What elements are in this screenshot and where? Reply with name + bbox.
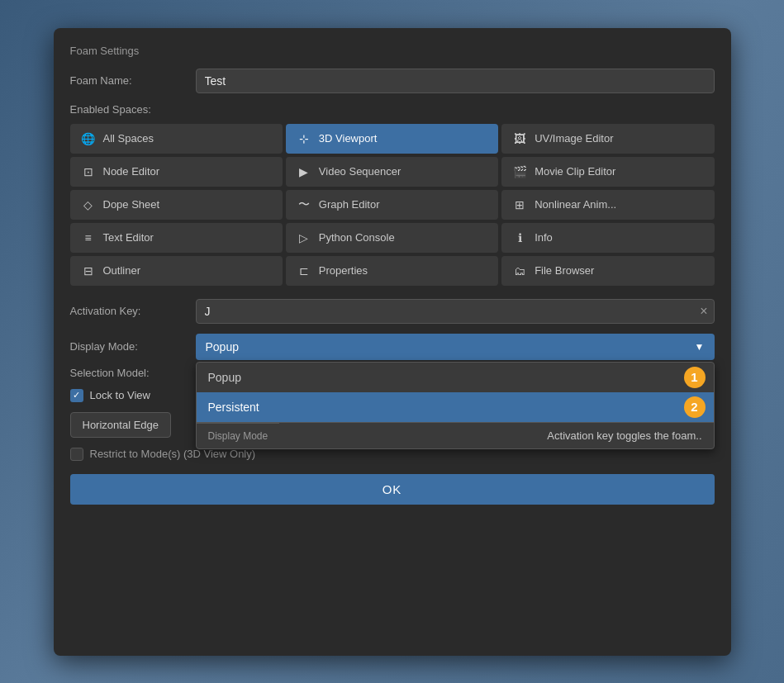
uv-image-editor-label: UV/Image Editor xyxy=(535,132,613,145)
persistent-badge: 2 xyxy=(684,396,706,418)
nonlinear-anim-icon: ⊞ xyxy=(511,197,528,213)
space-btn-dope-sheet[interactable]: ◇Dope Sheet xyxy=(70,190,283,220)
dialog-title: Foam Settings xyxy=(70,45,715,57)
text-editor-icon: ≡ xyxy=(80,230,97,246)
enabled-spaces-label: Enabled Spaces: xyxy=(70,103,715,116)
nonlinear-anim-label: Nonlinear Anim... xyxy=(535,198,616,211)
space-btn-file-browser[interactable]: 🗂File Browser xyxy=(501,256,714,286)
lock-to-view-label: Lock to View xyxy=(90,389,150,401)
dropdown-item-popup[interactable]: Popup 1 xyxy=(197,363,714,392)
movie-clip-editor-icon: 🎬 xyxy=(511,164,528,180)
graph-editor-icon: 〜 xyxy=(296,197,312,213)
file-browser-icon: 🗂 xyxy=(511,263,528,279)
display-mode-row: Display Mode: Popup ▼ Popup 1 Persistent… xyxy=(70,334,715,360)
tooltip-text: Activation key toggles the foam.. xyxy=(279,423,713,448)
lock-to-view-checkmark: ✓ xyxy=(73,390,80,401)
foam-name-label: Foam Name: xyxy=(70,74,186,87)
foam-name-input[interactable] xyxy=(196,69,715,93)
outliner-icon: ⊟ xyxy=(80,263,97,279)
persistent-label: Persistent xyxy=(208,401,259,414)
display-mode-menu: Popup 1 Persistent 2 Display Mode Activa… xyxy=(196,362,715,449)
properties-label: Properties xyxy=(319,264,368,277)
3d-viewport-label: 3D Viewport xyxy=(319,132,378,145)
activation-key-row: Activation Key: × xyxy=(70,299,715,324)
3d-viewport-icon: ⊹ xyxy=(296,130,312,147)
space-btn-movie-clip-editor[interactable]: 🎬Movie Clip Editor xyxy=(501,157,714,187)
space-btn-uv-image-editor[interactable]: 🖼UV/Image Editor xyxy=(501,124,714,154)
activation-key-input[interactable] xyxy=(196,299,715,324)
space-btn-all-spaces[interactable]: 🌐All Spaces xyxy=(70,124,283,154)
node-editor-label: Node Editor xyxy=(103,165,160,178)
graph-editor-label: Graph Editor xyxy=(319,198,380,211)
python-console-label: Python Console xyxy=(319,231,395,244)
space-btn-3d-viewport[interactable]: ⊹3D Viewport xyxy=(286,124,498,154)
foam-settings-dialog: Foam Settings Foam Name: Enabled Spaces:… xyxy=(54,28,731,656)
popup-badge: 1 xyxy=(684,367,706,388)
ok-button[interactable]: OK xyxy=(70,474,715,505)
info-label: Info xyxy=(535,231,553,244)
video-sequencer-label: Video Sequencer xyxy=(319,165,402,178)
display-mode-dropdown-wrap: Popup ▼ Popup 1 Persistent 2 Display Mod… xyxy=(196,334,715,360)
properties-icon: ⊏ xyxy=(296,263,312,279)
spaces-grid: 🌐All Spaces⊹3D Viewport🖼UV/Image Editor⊡… xyxy=(70,124,715,286)
restrict-checkbox[interactable] xyxy=(70,448,83,461)
popup-label: Popup xyxy=(208,371,241,384)
info-icon: ℹ xyxy=(511,230,528,246)
space-btn-python-console[interactable]: ▷Python Console xyxy=(286,223,498,253)
dropdown-arrow-icon: ▼ xyxy=(695,341,705,353)
restrict-label: Restrict to Mode(s) (3D View Only) xyxy=(90,448,256,460)
python-console-icon: ▷ xyxy=(296,230,312,246)
activation-key-wrap: × xyxy=(196,299,715,324)
space-btn-graph-editor[interactable]: 〜Graph Editor xyxy=(286,190,498,220)
space-btn-text-editor[interactable]: ≡Text Editor xyxy=(70,223,283,253)
dope-sheet-icon: ◇ xyxy=(80,197,97,213)
outliner-label: Outliner xyxy=(103,264,141,277)
activation-key-clear-button[interactable]: × xyxy=(700,304,707,319)
space-btn-nonlinear-anim[interactable]: ⊞Nonlinear Anim... xyxy=(501,190,714,220)
space-btn-video-sequencer[interactable]: ▶Video Sequencer xyxy=(286,157,498,187)
display-mode-divider-label: Display Mode xyxy=(197,423,280,448)
space-btn-info[interactable]: ℹInfo xyxy=(501,223,714,253)
node-editor-icon: ⊡ xyxy=(80,164,97,180)
all-spaces-label: All Spaces xyxy=(103,132,154,145)
restrict-row: Restrict to Mode(s) (3D View Only) xyxy=(70,448,715,461)
movie-clip-editor-label: Movie Clip Editor xyxy=(535,165,615,178)
video-sequencer-icon: ▶ xyxy=(296,164,312,180)
horizontal-edge-button[interactable]: Horizontal Edge xyxy=(70,412,172,438)
foam-name-row: Foam Name: xyxy=(70,69,715,93)
uv-image-editor-icon: 🖼 xyxy=(511,130,528,147)
display-mode-value: Popup xyxy=(206,340,239,353)
space-btn-properties[interactable]: ⊏Properties xyxy=(286,256,498,286)
all-spaces-icon: 🌐 xyxy=(80,130,97,147)
file-browser-label: File Browser xyxy=(535,264,594,277)
selection-model-label: Selection Model: xyxy=(70,367,186,379)
text-editor-label: Text Editor xyxy=(103,231,154,244)
display-mode-dropdown-button[interactable]: Popup ▼ xyxy=(196,334,715,360)
display-mode-label: Display Mode: xyxy=(70,340,186,353)
dropdown-item-persistent[interactable]: Persistent 2 xyxy=(197,392,714,422)
lock-to-view-checkbox[interactable]: ✓ xyxy=(70,389,83,402)
dope-sheet-label: Dope Sheet xyxy=(103,198,160,211)
space-btn-outliner[interactable]: ⊟Outliner xyxy=(70,256,283,286)
activation-key-label: Activation Key: xyxy=(70,305,186,317)
space-btn-node-editor[interactable]: ⊡Node Editor xyxy=(70,157,283,187)
